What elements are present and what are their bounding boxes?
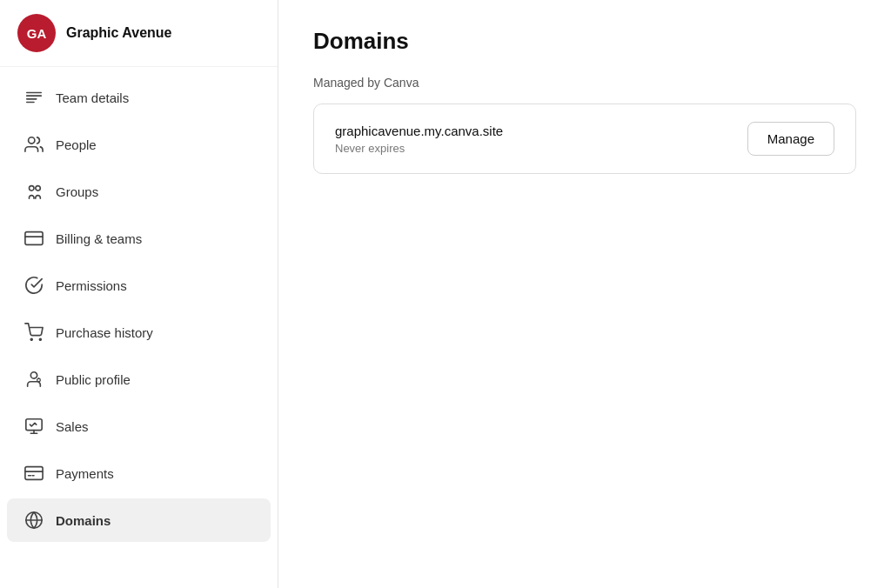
permissions-icon <box>24 276 44 295</box>
sidebar-item-label: Domains <box>56 513 111 528</box>
svg-point-6 <box>36 186 41 191</box>
globe-icon <box>24 511 44 530</box>
cart-icon <box>24 323 44 342</box>
svg-point-10 <box>39 338 41 340</box>
svg-point-9 <box>30 338 32 340</box>
people-icon <box>24 135 44 154</box>
sidebar-header: GA Graphic Avenue <box>0 0 278 67</box>
domain-info: graphicavenue.my.canva.site Never expire… <box>335 124 503 155</box>
sidebar-item-billing-teams[interactable]: Billing & teams <box>7 217 271 260</box>
page-title: Domains <box>313 28 856 55</box>
sidebar-item-label: Billing & teams <box>56 231 142 246</box>
sidebar-item-groups[interactable]: Groups <box>7 170 271 213</box>
org-name: Graphic Avenue <box>66 25 172 41</box>
sidebar-item-label: Payments <box>56 466 114 481</box>
billing-icon <box>24 229 44 248</box>
sidebar-item-domains[interactable]: Domains <box>7 498 271 542</box>
domain-expires: Never expires <box>335 142 503 155</box>
sidebar-item-permissions[interactable]: Permissions <box>7 264 271 307</box>
svg-point-11 <box>30 372 37 378</box>
manage-button[interactable]: Manage <box>747 122 834 156</box>
section-subtitle: Managed by Canva <box>313 76 856 90</box>
sidebar-item-payments[interactable]: Payments <box>7 451 271 495</box>
payments-icon <box>24 464 44 483</box>
sidebar-item-label: Sales <box>56 419 89 434</box>
main-content: Domains Managed by Canva graphicavenue.m… <box>278 0 891 588</box>
domain-card: graphicavenue.my.canva.site Never expire… <box>313 104 856 174</box>
sidebar-item-label: Team details <box>56 90 129 105</box>
sidebar-item-label: Public profile <box>56 372 131 387</box>
sidebar-nav: Team details People <box>0 67 278 588</box>
list-icon <box>24 88 44 107</box>
groups-icon <box>24 182 44 201</box>
sidebar-item-public-profile[interactable]: Public profile <box>7 357 271 401</box>
svg-point-4 <box>29 137 35 144</box>
sidebar: GA Graphic Avenue Team details <box>0 0 278 588</box>
sidebar-item-purchase-history[interactable]: Purchase history <box>7 311 271 354</box>
avatar: GA <box>17 14 56 52</box>
domain-url: graphicavenue.my.canva.site <box>335 124 503 138</box>
sidebar-item-sales[interactable]: Sales <box>7 404 271 448</box>
sidebar-item-label: Groups <box>56 184 98 199</box>
svg-rect-7 <box>25 232 43 245</box>
profile-icon <box>24 370 44 389</box>
sales-icon <box>24 417 44 436</box>
sidebar-item-team-details[interactable]: Team details <box>7 76 271 119</box>
svg-rect-14 <box>25 467 43 480</box>
svg-point-5 <box>30 186 35 191</box>
sidebar-item-people[interactable]: People <box>7 123 271 166</box>
sidebar-item-label: Permissions <box>56 278 127 293</box>
sidebar-item-label: People <box>56 137 97 152</box>
sidebar-item-label: Purchase history <box>56 325 153 340</box>
